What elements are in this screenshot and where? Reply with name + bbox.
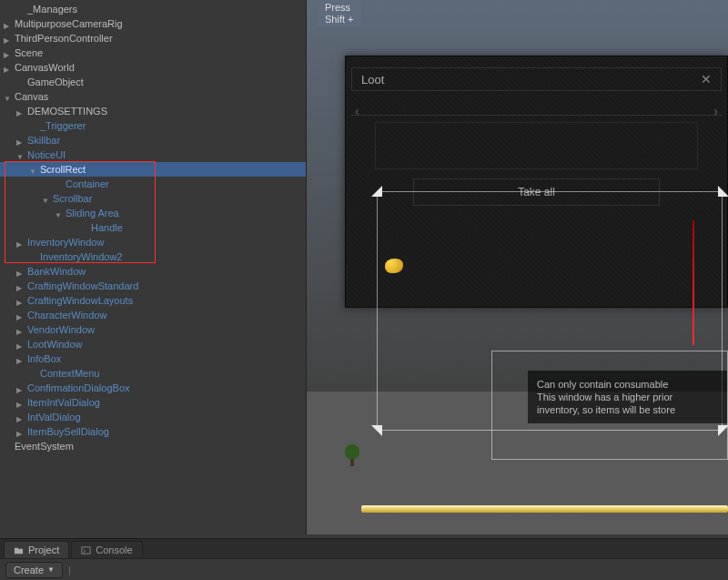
hierarchy-item-inventorywindow2[interactable]: InventoryWindow2	[0, 249, 306, 264]
hierarchy-panel[interactable]: _ManagersMultipurposeCameraRigThirdPerso…	[0, 0, 307, 534]
expand-arrow-icon[interactable]	[4, 92, 14, 102]
hierarchy-item-label: InventoryWindow2	[40, 251, 123, 262]
tooltip-line3: inventory, so items will be store	[537, 404, 675, 415]
hierarchy-item-confirmationdialogbox[interactable]: ConfirmationDialogBox	[0, 381, 306, 395]
project-toolbar: Create ▼ |	[0, 558, 728, 580]
chevron-left-icon[interactable]: ‹	[351, 100, 363, 122]
hierarchy-item-label: VendorWindow	[27, 324, 95, 335]
expand-arrow-icon[interactable]	[16, 267, 26, 277]
divider	[351, 115, 722, 116]
hierarchy-item--triggerer[interactable]: _Triggerer	[0, 118, 306, 133]
hierarchy-item-canvasworld[interactable]: CanvasWorld	[0, 60, 306, 75]
hierarchy-item-thirdpersoncontroller[interactable]: ThirdPersonController	[0, 31, 306, 46]
expand-arrow-icon[interactable]	[16, 310, 26, 321]
tree-icon	[343, 444, 361, 466]
scene-view[interactable]: Press Shift + Loot ✕ ‹ › Take all Can on…	[307, 0, 728, 534]
hierarchy-item-label: CanvasWorld	[15, 62, 75, 73]
hierarchy-item-intvaldialog[interactable]: IntValDialog	[0, 410, 306, 424]
hierarchy-item-sliding-area[interactable]: Sliding Area	[0, 206, 306, 220]
tab-project-label: Project	[28, 544, 59, 555]
hierarchy-item-craftingwindowlayouts[interactable]: CraftingWindowLayouts	[0, 293, 306, 308]
create-button[interactable]: Create ▼	[5, 562, 63, 578]
expand-arrow-icon	[4, 442, 14, 452]
hierarchy-item-itembuyselldialog[interactable]: ItemBuySellDialog	[0, 424, 306, 439]
close-icon[interactable]: ✕	[701, 72, 712, 86]
hint-line2: Shift +	[325, 14, 354, 25]
expand-arrow-icon[interactable]	[4, 63, 14, 73]
expand-arrow-icon[interactable]	[16, 150, 26, 160]
hierarchy-item-noticeui[interactable]: NoticeUI	[0, 148, 306, 162]
svg-marker-0	[371, 186, 382, 197]
expand-arrow-icon[interactable]	[4, 48, 14, 58]
hierarchy-item-label: BankWindow	[27, 266, 86, 277]
hierarchy-item-container[interactable]: Container	[0, 177, 306, 191]
hierarchy-item-label: Skillbar	[27, 135, 60, 146]
hierarchy-item-demosettings[interactable]: DEMOSETTINGS	[0, 104, 306, 118]
expand-arrow-icon[interactable]	[16, 296, 26, 306]
hierarchy-item-multipurposecamerarig[interactable]: MultipurposeCameraRig	[0, 16, 306, 31]
svg-rect-4	[82, 546, 90, 553]
hierarchy-item-scene[interactable]: Scene	[0, 46, 306, 60]
tab-console[interactable]: Console	[71, 541, 142, 558]
hierarchy-item-label: Handle	[91, 222, 123, 233]
expand-arrow-icon[interactable]	[16, 427, 26, 437]
hierarchy-item-itemintvaldialog[interactable]: ItemIntValDialog	[0, 395, 306, 410]
separator: |	[68, 565, 71, 575]
expand-arrow-icon[interactable]	[16, 325, 26, 335]
hierarchy-item-gameobject[interactable]: GameObject	[0, 75, 306, 89]
hierarchy-item-label: CraftingWindowStandard	[27, 280, 138, 291]
hierarchy-item-handle[interactable]: Handle	[0, 220, 306, 235]
hierarchy-item-craftingwindowstandard[interactable]: CraftingWindowStandard	[0, 279, 306, 293]
loot-title-text: Loot	[361, 73, 384, 86]
expand-arrow-icon[interactable]	[16, 383, 26, 393]
expand-arrow-icon[interactable]	[16, 281, 26, 291]
expand-arrow-icon[interactable]	[16, 340, 26, 350]
expand-arrow-icon[interactable]	[16, 412, 26, 422]
handle-tl[interactable]	[371, 186, 382, 197]
expand-arrow-icon[interactable]	[4, 19, 14, 29]
hierarchy-item-canvas[interactable]: Canvas	[0, 89, 306, 104]
hierarchy-item-bankwindow[interactable]: BankWindow	[0, 264, 306, 279]
hierarchy-item-scrollbar[interactable]: Scrollbar	[0, 191, 306, 206]
handle-bl[interactable]	[371, 425, 382, 436]
loot-slot-row[interactable]	[375, 122, 698, 169]
hierarchy-item-label: InfoBox	[27, 353, 61, 364]
expand-arrow-icon[interactable]	[4, 34, 14, 44]
hierarchy-item-infobox[interactable]: InfoBox	[0, 351, 306, 366]
loot-title-bar[interactable]: Loot ✕	[351, 67, 722, 91]
hierarchy-item-label: Sliding Area	[66, 208, 119, 219]
hierarchy-item-label: MultipurposeCameraRig	[15, 18, 123, 29]
hierarchy-item-label: IntValDialog	[27, 412, 81, 422]
handle-tr[interactable]	[718, 186, 728, 197]
expand-arrow-icon[interactable]	[16, 238, 26, 248]
hierarchy-item--managers[interactable]: _Managers	[0, 2, 306, 16]
expand-arrow-icon[interactable]	[29, 165, 39, 175]
tooltip-box: Can only contain consumable This window …	[528, 371, 727, 423]
hierarchy-item-label: ThirdPersonController	[15, 33, 113, 44]
expand-arrow-icon[interactable]	[55, 209, 65, 219]
svg-marker-2	[371, 425, 382, 436]
tooltip-line2: This window has a higher prior	[537, 392, 672, 402]
expand-arrow-icon	[16, 5, 26, 15]
hierarchy-item-label: ConfirmationDialogBox	[27, 382, 130, 393]
expand-arrow-icon	[16, 77, 26, 87]
scrollbar-gizmo	[693, 220, 694, 345]
hierarchy-item-characterwindow[interactable]: CharacterWindow	[0, 308, 306, 322]
expand-arrow-icon[interactable]	[16, 136, 26, 146]
hierarchy-item-eventsystem[interactable]: EventSystem	[0, 439, 306, 453]
chevron-right-icon[interactable]: ›	[710, 100, 722, 122]
hierarchy-item-inventorywindow[interactable]: InventoryWindow	[0, 235, 306, 249]
hierarchy-item-label: DEMOSETTINGS	[27, 106, 107, 117]
tab-project[interactable]: Project	[4, 541, 69, 558]
expand-arrow-icon[interactable]	[42, 194, 52, 204]
expand-arrow-icon[interactable]	[16, 107, 26, 117]
hierarchy-item-skillbar[interactable]: Skillbar	[0, 133, 306, 148]
hierarchy-item-label: InventoryWindow	[27, 237, 104, 248]
expand-arrow-icon[interactable]	[16, 398, 26, 408]
hierarchy-item-lootwindow[interactable]: LootWindow	[0, 337, 306, 351]
hierarchy-item-contextmenu[interactable]: ContextMenu	[0, 366, 306, 381]
hierarchy-item-vendorwindow[interactable]: VendorWindow	[0, 322, 306, 337]
hierarchy-item-scrollrect[interactable]: ScrollRect	[0, 162, 306, 177]
expand-arrow-icon[interactable]	[16, 354, 26, 364]
tooltip-line1: Can only contain consumable	[537, 379, 668, 390]
